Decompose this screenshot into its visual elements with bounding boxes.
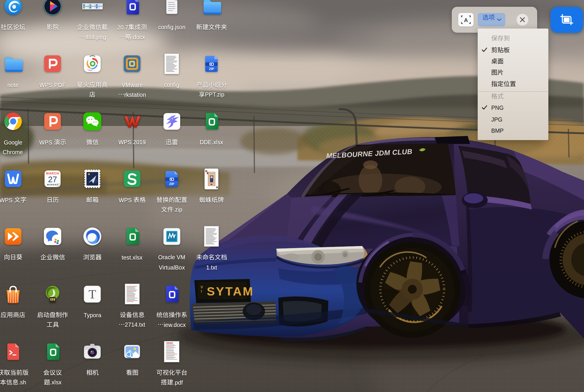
svg-text:WPS: WPS [119,197,132,203]
svg-text:PNG: PNG [491,104,504,111]
svg-text:I: I [201,289,202,293]
svg-text:ZIP: ZIP [169,182,174,186]
svg-text:config.json: config.json [158,24,186,30]
svg-text:.docx: .docx [131,34,145,40]
svg-text:VirtualBox: VirtualBox [159,264,185,270]
svg-text:V: V [201,285,203,289]
svg-text:1.txt: 1.txt [206,264,217,270]
svg-text:PPT.zip: PPT.zip [205,91,224,98]
svg-text:K: K [216,185,219,189]
svg-text:WPS PDF: WPS PDF [39,82,66,88]
svg-text:ZIP: ZIP [209,67,214,71]
svg-text:DDE.xlsx: DDE.xlsx [200,139,223,146]
svg-text:.xlsx: .xlsx [50,379,62,386]
svg-text:WPS: WPS [0,197,12,203]
svg-text:WPS 2019: WPS 2019 [118,139,146,146]
svg-text:Chrome: Chrome [3,149,23,155]
svg-text:T: T [89,288,96,301]
svg-text:Typora: Typora [84,312,101,318]
svg-text:WPS: WPS [39,139,52,146]
svg-text:config: config [164,82,179,88]
svg-text:2714.txt: 2714.txt [125,322,145,328]
svg-text:BMP: BMP [491,127,504,134]
svg-text:.pdf: .pdf [173,379,183,386]
svg-text:MONDAY: MONDAY [47,183,58,186]
svg-text:iew.docx: iew.docx [164,322,186,328]
svg-text:JPG: JPG [491,116,502,123]
svg-text:20.7: 20.7 [117,24,128,30]
svg-text:.zip: .zip [173,207,182,213]
svg-text:note: note [7,82,19,88]
svg-text:A: A [464,17,468,23]
svg-text:484.png: 484.png [85,34,106,40]
svg-text:.sh: .sh [18,379,26,386]
svg-text:SYTAM: SYTAM [207,285,254,298]
svg-text:Google: Google [4,139,22,146]
svg-text:rkstation: rkstation [124,92,146,98]
svg-text:K: K [205,169,208,173]
svg-text:Oracle VM: Oracle VM [158,254,185,261]
svg-text:VMware: VMware [122,82,143,88]
svg-text:27: 27 [48,175,57,184]
svg-text:test.xlsx: test.xlsx [122,254,143,261]
